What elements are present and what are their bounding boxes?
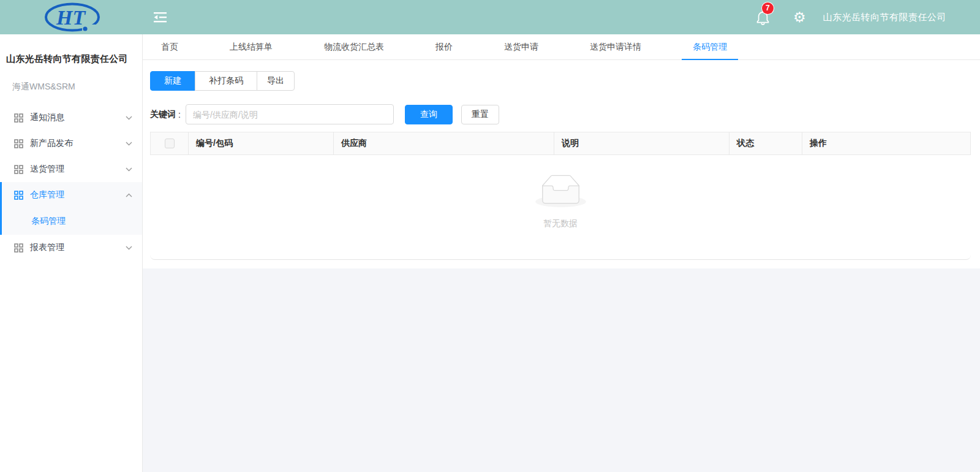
barcode-table: 编号/包码 供应商 说明 状态 操作	[150, 132, 971, 259]
page-background	[143, 268, 980, 472]
column-header-description: 说明	[554, 132, 729, 154]
keyword-colon: :	[178, 110, 181, 120]
export-button[interactable]: 导出	[257, 71, 295, 91]
search-row: 关键词 : 查询 重置	[150, 104, 971, 124]
table-empty-body: 暂无数据	[150, 155, 971, 259]
chevron-up-icon	[126, 193, 132, 197]
empty-state-text: 暂无数据	[543, 218, 578, 229]
chevron-down-icon	[126, 116, 132, 120]
menu-fold-icon[interactable]	[154, 12, 167, 23]
tab-logistics-summary[interactable]: 物流收货汇总表	[306, 34, 402, 59]
sidebar-item-label: 仓库管理	[30, 189, 64, 200]
table-header-row: 编号/包码 供应商 说明 状态 操作	[150, 132, 971, 155]
card-bottom-gap	[143, 260, 980, 268]
sidebar-item-label: 报表管理	[30, 242, 64, 253]
chevron-down-icon	[126, 142, 132, 146]
svg-text:HT: HT	[56, 6, 86, 29]
tab-label: 上线结算单	[230, 42, 273, 53]
topbar-company-name: 山东光岳转向节有限责任公司	[823, 12, 947, 23]
ht-logo-icon: HT	[36, 1, 108, 33]
reprint-barcode-button[interactable]: 补打条码	[195, 71, 257, 91]
tab-label: 首页	[161, 42, 178, 53]
settings-gear-icon[interactable]: ⚙	[793, 10, 806, 25]
tab-delivery-request[interactable]: 送货申请	[486, 34, 557, 59]
sidebar-subitem-barcode[interactable]: 条码管理	[2, 208, 142, 235]
tab-quotation[interactable]: 报价	[417, 34, 471, 59]
sidebar-item-new-product[interactable]: 新产品发布	[0, 131, 142, 156]
appstore-grid-icon	[14, 113, 23, 123]
tab-label: 送货申请	[504, 42, 538, 53]
tab-delivery-request-detail[interactable]: 送货申请详情	[571, 34, 660, 59]
sidebar-subitem-label: 条码管理	[31, 216, 66, 227]
notification-count-badge: 7	[762, 2, 774, 14]
chevron-down-icon	[126, 246, 132, 250]
chevron-down-icon	[126, 167, 132, 172]
sidebar-company-name: 山东光岳转向节有限责任公司	[0, 34, 142, 65]
tab-barcode-management[interactable]: 条码管理	[674, 34, 745, 59]
company-logo: HT	[0, 0, 143, 34]
sidebar-item-label: 新产品发布	[30, 138, 73, 149]
sidebar-item-label: 通知消息	[30, 112, 64, 123]
notification-bell-icon[interactable]: 7	[756, 10, 770, 25]
tab-label: 送货申请详情	[590, 42, 641, 53]
sidebar-item-reports[interactable]: 报表管理	[0, 235, 142, 261]
appstore-grid-icon	[14, 165, 23, 174]
column-header-code: 编号/包码	[189, 132, 334, 154]
sidebar-item-warehouse[interactable]: 仓库管理	[2, 182, 142, 208]
appstore-grid-icon	[14, 191, 23, 200]
query-button[interactable]: 查询	[405, 105, 453, 124]
tab-home[interactable]: 首页	[143, 34, 197, 59]
tab-online-settlement[interactable]: 上线结算单	[211, 34, 291, 59]
empty-box-icon	[535, 175, 586, 207]
column-header-status: 状态	[729, 132, 802, 154]
column-header-action: 操作	[802, 132, 970, 154]
select-all-cell	[151, 132, 189, 154]
reset-button[interactable]: 重置	[461, 105, 499, 124]
appstore-grid-icon	[14, 139, 23, 148]
tab-bar: 首页 上线结算单 物流收货汇总表 报价 送货申请 送货申请详情 条码管理	[143, 34, 980, 60]
tab-label: 物流收货汇总表	[324, 42, 384, 53]
tab-label: 报价	[435, 42, 453, 53]
appstore-grid-icon	[14, 243, 23, 253]
sidebar-nav: 通知消息 新产品发布	[0, 105, 142, 261]
sidebar-item-label: 送货管理	[30, 164, 64, 175]
new-button[interactable]: 新建	[150, 71, 195, 91]
barcode-management-panel: 新建 补打条码 导出 关键词 : 查询 重置 编号/包码 供应商 说明	[150, 60, 971, 260]
sidebar-group-warehouse: 仓库管理 条码管理	[0, 182, 142, 235]
column-header-supplier: 供应商	[334, 132, 554, 154]
tab-label: 条码管理	[693, 42, 727, 53]
keyword-input[interactable]	[186, 104, 394, 124]
content-area: 首页 上线结算单 物流收货汇总表 报价 送货申请 送货申请详情 条码管理 新建 …	[143, 34, 980, 472]
system-name: 海通WMS&SRM	[0, 65, 142, 93]
sidebar-item-notifications[interactable]: 通知消息	[0, 105, 142, 131]
sidebar-item-delivery[interactable]: 送货管理	[0, 156, 142, 182]
toolbar-button-group: 新建 补打条码 导出	[150, 71, 295, 91]
sidebar: 山东光岳转向节有限责任公司 海通WMS&SRM 通知消息	[0, 34, 143, 472]
top-header: HT 7 ⚙ 山东光岳转向节有限责任公司	[0, 0, 980, 34]
select-all-checkbox[interactable]	[165, 139, 175, 148]
keyword-label: 关键词	[150, 109, 176, 120]
